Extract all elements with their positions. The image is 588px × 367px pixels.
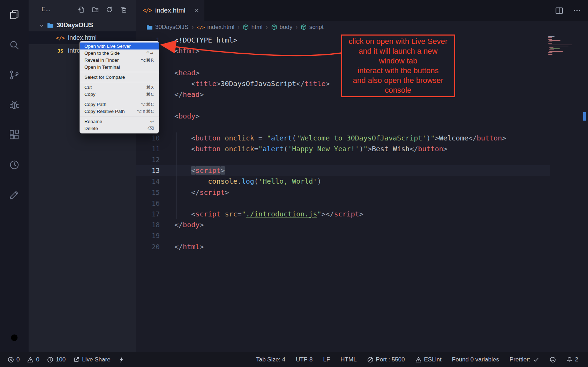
tab-index-html[interactable]: </> index.html	[136, 0, 204, 21]
split-editor-icon[interactable]	[555, 7, 563, 15]
code-line-20[interactable]: 20</html>	[136, 242, 588, 252]
minimap-line	[548, 39, 552, 40]
breadcrumb-item-html[interactable]: html	[243, 24, 263, 31]
status-item-html[interactable]: HTML	[340, 356, 356, 363]
menu-item-copy-path[interactable]: Copy Path⌥⌘C	[80, 101, 159, 108]
code-line-8[interactable]: 8<body>	[136, 111, 588, 122]
collapse-all-icon[interactable]	[120, 6, 127, 13]
warning-icon	[415, 357, 422, 363]
live-share-icon	[73, 357, 80, 363]
status-item-0[interactable]: 0	[8, 356, 20, 363]
status-label: 100	[56, 356, 66, 363]
status-item-utf-8[interactable]: UTF-8	[296, 356, 312, 363]
line-number: 13	[136, 165, 160, 176]
menu-item-open-in-terminal[interactable]: Open in Terminal	[80, 63, 159, 70]
settings-icon[interactable]	[8, 331, 21, 344]
menu-item-select-for-compare[interactable]: Select for Compare	[80, 74, 159, 81]
menu-item-open-to-the-side[interactable]: Open to the Side^↵	[80, 49, 159, 56]
status-item-tab-size-4[interactable]: Tab Size: 4	[256, 356, 285, 363]
menu-item-copy-relative-path[interactable]: Copy Relative Path⌥⇧⌘C	[80, 108, 159, 115]
menu-separator	[80, 72, 159, 72]
status-item-found-0-variables[interactable]: Found 0 variables	[452, 356, 499, 363]
menu-item-label: Rename	[84, 119, 150, 124]
code-line-9[interactable]: 9	[136, 122, 588, 133]
line-content: <script>	[160, 165, 225, 176]
code-line-13[interactable]: 13 <script>	[136, 165, 550, 176]
annotation-text: interact with the buttons	[357, 66, 438, 76]
minimap-line	[548, 43, 552, 44]
status-item-prettier[interactable]: Prettier:	[510, 356, 539, 363]
code-line-15[interactable]: 15 </script>	[136, 187, 588, 198]
breadcrumb-item-30daysofjs[interactable]: 30DaysOfJS	[146, 24, 188, 31]
breadcrumb-item-script[interactable]: script	[301, 24, 324, 31]
menu-item-shortcut: ⌥⇧⌘C	[137, 109, 154, 114]
menu-item-label: Cut	[84, 85, 146, 90]
status-item-100[interactable]: 100	[47, 356, 66, 363]
minimap-line	[549, 40, 560, 41]
search-icon[interactable]	[8, 39, 20, 51]
explorer-icon[interactable]	[8, 9, 20, 21]
code-line-7[interactable]: 7	[136, 100, 588, 111]
status-bar-left: 00100Live Share	[8, 356, 125, 363]
status-item-smiley[interactable]	[550, 357, 556, 363]
breadcrumb-item-body[interactable]: body	[271, 24, 293, 31]
menu-item-cut[interactable]: Cut⌘X	[80, 84, 159, 91]
annotation-text: and it will launch a new	[359, 46, 437, 56]
new-file-icon[interactable]	[78, 6, 85, 13]
refresh-icon[interactable]	[106, 6, 113, 13]
run-debug-icon[interactable]	[8, 99, 20, 111]
status-label: Prettier:	[510, 356, 530, 363]
menu-item-rename[interactable]: Rename↩	[80, 118, 159, 125]
line-number: 20	[136, 242, 160, 252]
context-menu: Open with Live ServerOpen to the Side^↵R…	[80, 41, 159, 133]
bell-icon	[566, 357, 573, 363]
new-folder-icon[interactable]	[92, 6, 99, 13]
code-line-10[interactable]: 10 <button onclick = "alert('Welcome to …	[136, 133, 588, 144]
line-content: console.log('Hello, World')	[160, 176, 321, 187]
extensions-icon[interactable]	[8, 129, 20, 141]
status-item-0[interactable]: 0	[27, 356, 39, 363]
line-content: <!DOCTYPE html>	[160, 35, 238, 46]
minimap-line	[549, 45, 572, 45]
status-item-lf[interactable]: LF	[323, 356, 330, 363]
status-label: Found 0 variables	[452, 356, 499, 363]
status-item-lightning[interactable]	[118, 357, 125, 363]
minimap-line	[549, 51, 563, 52]
code-line-14[interactable]: 14 console.log('Hello, World')	[136, 176, 588, 187]
source-control-icon[interactable]	[8, 69, 20, 81]
breadcrumb-separator: ›	[266, 24, 268, 31]
minimap[interactable]	[548, 36, 578, 55]
code-line-12[interactable]: 12	[136, 154, 588, 165]
code-line-11[interactable]: 11 <button onclick="alert('Happy New Yea…	[136, 144, 588, 154]
more-icon[interactable]	[573, 7, 581, 15]
line-content: <title>30DaysOfJavaScript</title>	[160, 78, 330, 89]
code-line-17[interactable]: 17 <script src="./introduction.js"></scr…	[136, 209, 588, 220]
menu-item-delete[interactable]: Delete⌫	[80, 125, 159, 132]
status-item-2[interactable]: 2	[566, 356, 578, 363]
code-line-16[interactable]: 16	[136, 198, 588, 209]
close-tab-icon[interactable]	[194, 8, 199, 13]
code-line-18[interactable]: 18</body>	[136, 220, 588, 230]
line-content: <button onclick = "alert('Welcome to 30D…	[160, 133, 506, 144]
line-content	[160, 198, 174, 209]
minimap-line	[548, 37, 552, 38]
status-label: 0	[16, 356, 20, 363]
status-label: HTML	[340, 356, 356, 363]
tab-label: index.html	[155, 7, 186, 14]
menu-item-open-with-live-server[interactable]: Open with Live Server	[80, 43, 159, 49]
annotation-text: window tab	[379, 56, 417, 66]
history-icon[interactable]	[8, 159, 20, 171]
minimap-line	[548, 52, 552, 53]
line-content: </head>	[160, 89, 204, 100]
status-item-live-share[interactable]: Live Share	[73, 356, 110, 363]
menu-item-reveal-in-finder[interactable]: Reveal in Finder⌥⌘R	[80, 56, 159, 63]
edit-pen-icon[interactable]	[8, 189, 20, 201]
menu-item-copy[interactable]: Copy⌘C	[80, 91, 159, 98]
folder-row-30daysofjs[interactable]: 30DaysOfJS	[29, 19, 136, 31]
code-line-19[interactable]: 19	[136, 230, 588, 241]
breadcrumb-item-index-html[interactable]: </>index.html	[197, 24, 234, 31]
minimap-line	[548, 36, 555, 37]
status-item-eslint[interactable]: ESLint	[415, 356, 442, 363]
check-icon	[533, 357, 539, 363]
status-item-port-5500[interactable]: Port : 5500	[367, 356, 405, 363]
